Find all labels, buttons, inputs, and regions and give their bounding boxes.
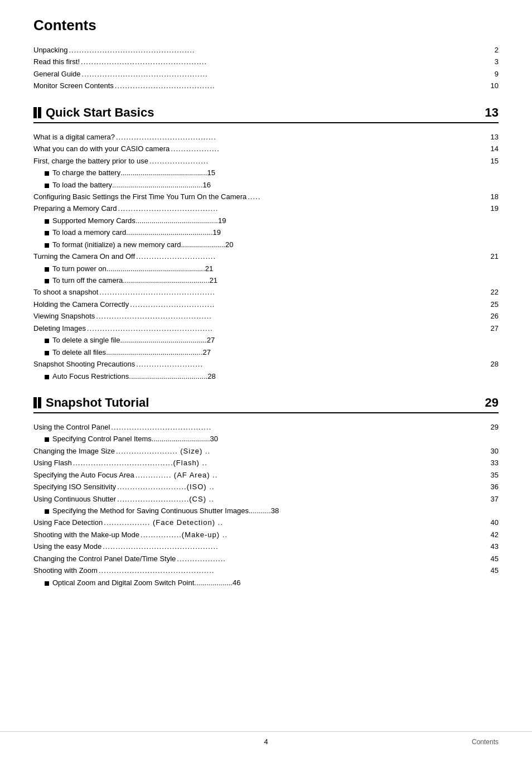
entry-page: 45 [487, 553, 499, 565]
entry-dots: ........................ (Size) .. [116, 445, 486, 457]
entry-dots: ........................................… [87, 322, 486, 334]
entry-label: Snapshot Shooting Precautions [33, 358, 135, 370]
entry-dots: ....................................... [116, 131, 486, 143]
toc-entry: Using the easy Mode ....................… [33, 541, 499, 552]
bullet-icon [45, 437, 49, 442]
bullet-icon [45, 243, 49, 248]
entry-dots: ........................................… [96, 310, 486, 322]
toc-entry: Using the Control Panel ................… [33, 421, 499, 433]
bullet-icon [45, 339, 49, 343]
entry-dots: ....................................... [129, 370, 207, 382]
entry-label: Viewing Snapshots [33, 310, 95, 322]
entry-page: 13 [487, 131, 499, 143]
toc-entry: Supported Memory Cards .................… [33, 215, 499, 226]
toc-entry: Read this first! .......................… [33, 56, 499, 67]
entry-page: 33 [487, 457, 499, 469]
toc-entry: To load the battery ....................… [33, 179, 499, 191]
toc-entry: Optical Zoom and Digital Zoom Switch Poi… [33, 577, 499, 589]
entry-page: 46 [233, 577, 240, 589]
entry-page: 19 [487, 202, 499, 214]
footer: 4 Contents [0, 731, 532, 746]
bullet-icon [45, 509, 49, 514]
entry-label: Shooting with the Make-up Mode [33, 529, 139, 541]
entry-page: 18 [487, 191, 499, 202]
entry-page: 2 [487, 44, 499, 56]
toc-entry: Unpacking ..............................… [33, 44, 499, 56]
bullet-icon [45, 279, 49, 283]
entry-dots: ...................... [181, 239, 225, 250]
entry-label: Using the easy Mode [33, 541, 101, 552]
entry-dots: ....................... [149, 155, 486, 167]
entry-dots: ........................................… [126, 226, 212, 238]
toc-entry: Changing the Control Panel Date/Time Sty… [33, 553, 499, 565]
entry-page: 27 [207, 334, 215, 346]
toc-entry: Specifying ISO Sensitivity .............… [33, 481, 499, 493]
entry-page: 37 [487, 493, 499, 505]
toc-entry: Turning the Camera On and Off ..........… [33, 250, 499, 262]
entry-dots: ........... [249, 505, 271, 517]
section1-entries: What is a digital camera? ..............… [33, 131, 499, 382]
section1-page: 13 [485, 105, 499, 120]
toc-entry: To charge the battery ..................… [33, 167, 499, 179]
entry-label: To turn off the camera [52, 274, 123, 286]
entry-page: 43 [487, 541, 499, 552]
entry-label: What you can do with your CASIO camera [33, 143, 170, 155]
entry-page: 19 [213, 226, 221, 238]
toc-entry: To load a memory card ..................… [33, 226, 499, 238]
entry-label: To load the battery [52, 179, 112, 191]
entry-label: First, charge the battery prior to use [33, 155, 148, 167]
toc-entry: Using Face Detection .................. … [33, 517, 499, 528]
entry-page: 10 [487, 80, 499, 91]
toc-entry: First, charge the battery prior to use .… [33, 155, 499, 167]
toc-entry: What you can do with your CASIO camera .… [33, 143, 499, 155]
entry-dots: ........................................… [82, 68, 486, 80]
entry-page: 14 [487, 143, 499, 155]
bullet-icon [45, 184, 49, 188]
entry-dots: .................. (Face Detection) .. [104, 517, 486, 528]
toc-entry: To turn power on .......................… [33, 263, 499, 274]
toc-entry: Viewing Snapshots ......................… [33, 310, 499, 322]
bullet-icon [45, 231, 49, 235]
entry-label: Changing the Image Size [33, 445, 115, 457]
entry-label: Using Continuous Shutter [33, 493, 116, 505]
entry-dots: ....................................... [118, 202, 486, 214]
entry-page: 45 [487, 565, 499, 576]
bullet-icon [45, 219, 49, 224]
entry-label: Turning the Camera On and Off [33, 250, 135, 262]
entry-dots: ................... [194, 577, 233, 589]
entry-label: Auto Focus Restrictions [52, 370, 129, 382]
entry-dots: ...........................(ISO) .. [117, 481, 486, 493]
entry-page: 26 [487, 310, 499, 322]
entry-label: Changing the Control Panel Date/Time Sty… [33, 553, 176, 565]
footer-page-number: 4 [264, 737, 268, 746]
entry-label: To delete a single file [52, 334, 120, 346]
toc-entry: Shooting with Zoom .....................… [33, 565, 499, 576]
entry-dots: ................................. [130, 298, 486, 310]
entry-label: General Guide [33, 68, 81, 80]
page-title: Contents [33, 17, 499, 34]
entry-page: 29 [487, 421, 499, 433]
entry-page: 25 [487, 298, 499, 310]
entry-label: Monitor Screen Contents [33, 80, 114, 91]
entry-label: Preparing a Memory Card [33, 202, 117, 214]
section2-page: 29 [485, 396, 499, 410]
entry-label: To format (initialize) a new memory card [52, 239, 181, 250]
toc-entry: What is a digital camera? ..............… [33, 131, 499, 143]
entry-label: To shoot a snapshot [33, 286, 98, 298]
entry-dots: ........................................… [81, 56, 486, 67]
entry-page: 35 [487, 469, 499, 481]
entry-page: 27 [203, 346, 211, 358]
entry-dots: ........................................… [103, 541, 486, 552]
bullet-icon [45, 375, 49, 379]
entry-dots: ................(Make-up) .. [141, 529, 486, 541]
entry-label: Shooting with Zoom [33, 565, 98, 576]
entry-dots: ....................................... [111, 421, 486, 433]
entry-dots: ........................................… [107, 263, 205, 274]
entry-page: 36 [487, 481, 499, 493]
entry-label: Deleting Images [33, 322, 86, 334]
entry-dots: ........................................… [136, 215, 218, 226]
entry-page: 15 [487, 155, 499, 167]
toc-entry: To turn off the camera .................… [33, 274, 499, 286]
section2-header: Snapshot Tutorial 29 [33, 396, 499, 413]
toc-entry: To delete all files ....................… [33, 346, 499, 358]
